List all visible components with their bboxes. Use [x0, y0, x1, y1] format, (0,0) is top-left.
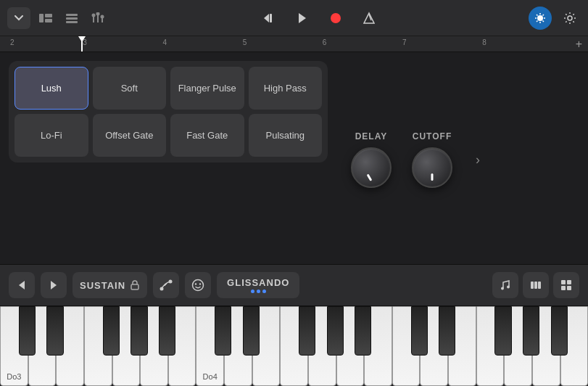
toolbar-left — [7, 7, 109, 29]
black-key-0-3[interactable] — [131, 306, 147, 356]
svg-point-15 — [331, 13, 341, 23]
preset-pulsating[interactable]: Pulsating — [249, 114, 323, 157]
preset-flanger-pulse[interactable]: Flanger Pulse — [170, 67, 244, 110]
rewind-button[interactable] — [258, 7, 280, 29]
right-control-group — [492, 272, 579, 298]
preset-grid: LushSoftFlanger PulseHigh PassLo-FiOffse… — [9, 61, 328, 163]
play-button[interactable] — [291, 7, 313, 29]
next-icon — [50, 280, 57, 290]
next-button[interactable] — [41, 272, 67, 298]
svg-marker-14 — [299, 13, 306, 23]
delay-knob-container: DELAY — [351, 131, 392, 188]
preset-offset-gate[interactable]: Offset Gate — [93, 114, 167, 157]
arpeggio-icon — [160, 279, 173, 292]
toolbar-right — [529, 7, 581, 30]
chord-icon — [529, 279, 542, 292]
list-view-button[interactable] — [61, 7, 83, 29]
track-icon — [38, 12, 54, 24]
prev-button[interactable] — [9, 272, 35, 298]
svg-rect-43 — [561, 286, 566, 290]
black-key-2-2[interactable] — [494, 306, 511, 356]
mixer-button[interactable] — [87, 7, 109, 29]
chord-button[interactable] — [523, 272, 549, 298]
black-key-2-3[interactable] — [523, 306, 539, 356]
ruler-mark-2: 2 — [10, 38, 15, 46]
svg-rect-5 — [66, 21, 78, 23]
svg-point-35 — [199, 283, 201, 284]
lock-icon — [130, 280, 140, 290]
cutoff-knob[interactable] — [412, 147, 452, 188]
black-key-0-1[interactable] — [46, 306, 63, 356]
black-key-2-1[interactable] — [439, 306, 455, 356]
svg-point-18 — [537, 15, 543, 21]
settings-button[interactable] — [559, 7, 581, 29]
record-icon — [330, 12, 341, 24]
svg-marker-28 — [19, 281, 25, 290]
black-key-0-2[interactable] — [103, 306, 120, 356]
ruler-mark-5: 5 — [243, 38, 247, 46]
svg-rect-40 — [538, 282, 541, 289]
settings-icon — [563, 12, 576, 25]
cutoff-knob-indicator — [431, 173, 434, 181]
preset-high-pass[interactable]: High Pass — [249, 67, 323, 110]
black-key-2-0[interactable] — [411, 306, 428, 356]
control-bar: SUSTAIN GLISSANDO — [0, 264, 588, 306]
glissando-dots — [251, 290, 266, 293]
knobs-area: DELAY CUTOFF › — [339, 61, 494, 258]
black-key-0-4[interactable] — [159, 306, 175, 356]
preset-lush[interactable]: Lush — [15, 67, 88, 110]
metronome-icon — [363, 12, 375, 25]
svg-rect-39 — [534, 282, 537, 289]
svg-point-10 — [96, 12, 100, 16]
add-track-button[interactable]: + — [576, 38, 582, 51]
playhead-arrow — [78, 36, 86, 42]
glissando-button[interactable]: GLISSANDO — [217, 272, 299, 298]
svg-point-36 — [501, 287, 504, 290]
appearance-button[interactable] — [529, 7, 552, 30]
cutoff-label: CUTOFF — [413, 131, 452, 141]
ruler-mark-6: 6 — [323, 38, 327, 46]
record-button[interactable] — [325, 7, 347, 29]
svg-line-23 — [537, 15, 538, 16]
list-icon — [65, 12, 79, 24]
glissando-label: GLISSANDO — [227, 277, 289, 288]
svg-point-11 — [101, 15, 104, 18]
note-icon — [499, 279, 512, 292]
preset-lo-fi[interactable]: Lo-Fi — [15, 114, 88, 157]
black-key-1-4[interactable] — [355, 306, 371, 356]
emoji-button[interactable] — [185, 272, 211, 298]
black-key-1-0[interactable] — [215, 306, 231, 356]
svg-marker-12 — [264, 14, 269, 22]
svg-rect-0 — [39, 14, 44, 22]
ruler-mark-7: 7 — [402, 38, 407, 46]
keyboard-area: Do3Do4 — [0, 306, 588, 386]
black-key-1-1[interactable] — [243, 306, 260, 356]
track-view-button[interactable] — [35, 7, 57, 29]
preset-soft[interactable]: Soft — [93, 67, 167, 110]
svg-point-34 — [195, 283, 196, 284]
black-key-1-3[interactable] — [327, 306, 344, 356]
prev-icon — [18, 280, 25, 290]
svg-line-25 — [543, 15, 544, 16]
main-content: LushSoftFlanger PulseHigh PassLo-FiOffse… — [0, 52, 588, 264]
arpeggio-button[interactable] — [153, 272, 179, 298]
metronome-button[interactable] — [358, 7, 380, 29]
svg-rect-2 — [45, 19, 52, 22]
svg-point-33 — [193, 280, 204, 291]
layout-button[interactable] — [553, 272, 579, 298]
black-key-1-2[interactable] — [299, 306, 315, 356]
svg-rect-3 — [66, 14, 78, 16]
cutoff-knob-container: CUTOFF — [412, 131, 452, 188]
delay-knob[interactable] — [351, 147, 392, 188]
black-key-0-0[interactable] — [19, 306, 36, 356]
more-settings-chevron[interactable]: › — [473, 149, 483, 171]
note-button[interactable] — [492, 272, 518, 298]
sun-icon — [534, 12, 546, 24]
sustain-button[interactable]: SUSTAIN — [73, 272, 147, 298]
dot-2 — [257, 290, 260, 293]
svg-line-24 — [543, 20, 544, 22]
dropdown-button[interactable] — [7, 7, 30, 29]
preset-fast-gate[interactable]: Fast Gate — [170, 114, 244, 157]
do3-label: Do3 — [7, 372, 21, 381]
black-key-2-4[interactable] — [551, 306, 568, 356]
